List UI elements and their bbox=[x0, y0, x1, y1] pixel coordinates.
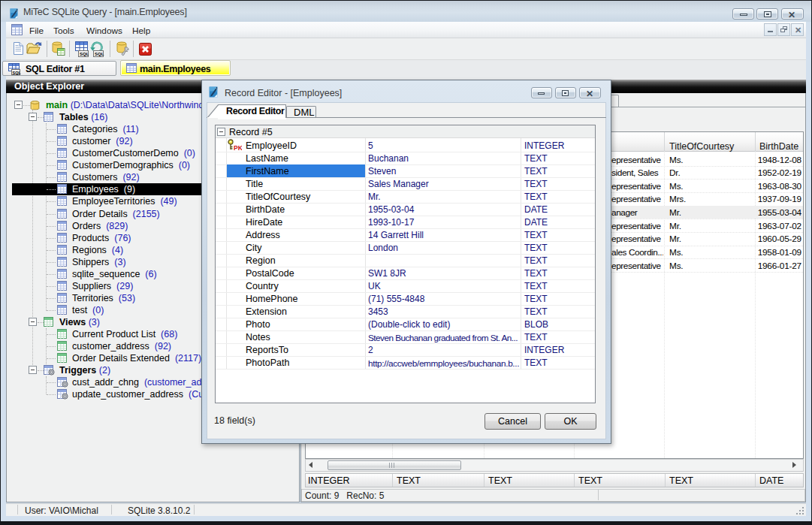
svg-text:SQL: SQL bbox=[80, 52, 89, 56]
svg-text:SQL: SQL bbox=[13, 71, 22, 75]
svg-text:SQL: SQL bbox=[95, 52, 104, 56]
svg-text:PK: PK bbox=[234, 144, 242, 152]
